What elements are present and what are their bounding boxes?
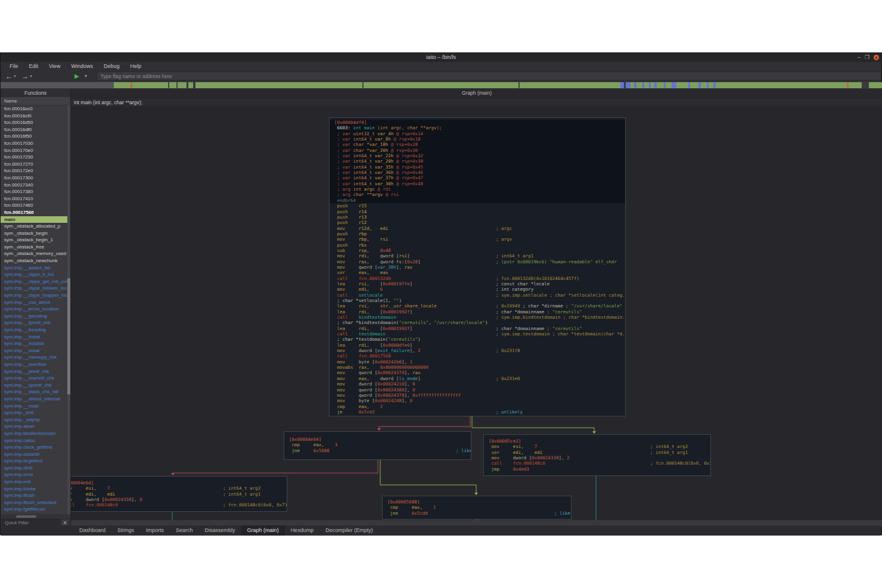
menu-edit[interactable]: Edit [24, 62, 44, 70]
graph-dock: Graph (main) int main (int argc, char **… [71, 89, 882, 527]
function-list-item[interactable]: fcn.000170e0 [1, 147, 70, 154]
graph-block-0x5ce2[interactable]: [0x00005ce2] mov esi, 7 ; int64_t arg2 x… [483, 434, 711, 476]
function-list-item[interactable]: fcn.00017030 [1, 140, 70, 147]
functions-horizontal-scrollbar[interactable] [1, 514, 70, 518]
graph-block-0x5088[interactable]: [0x00005088] cmp eax, 1 jne 0x5cdd ; lik… [382, 496, 572, 519]
function-list-item[interactable]: sym.imp.closedir [1, 451, 70, 458]
minimize-button[interactable]: – [858, 55, 861, 60]
function-list-item[interactable]: fcn.00017560 [1, 209, 70, 216]
function-list-item[interactable]: fcn.00017380 [1, 188, 70, 195]
function-list-item[interactable]: sym._obstack_allocated_p [1, 223, 70, 230]
function-list-item[interactable]: sym.imp.__strtoul_internal [1, 396, 70, 403]
function-list-item[interactable]: sym.imp.fgetfilecon [1, 506, 70, 513]
debug-dropdown-icon[interactable]: ▼ [84, 74, 88, 78]
title-bar[interactable]: iaito – /bin/ls – ❐ x [1, 53, 881, 62]
function-list-item[interactable]: sym.imp.__overflow [1, 361, 70, 368]
functions-vertical-scrollbar[interactable] [67, 105, 70, 514]
graph-canvas[interactable]: [0x00004df0] 6603: int main (int argc, c… [71, 107, 882, 522]
function-list-item[interactable]: sym.imp.bindtextdomain [1, 430, 70, 437]
close-button[interactable]: x [874, 55, 879, 60]
function-list-item[interactable]: sym.imp.fflush [1, 492, 70, 499]
function-list-item[interactable]: sym.imp.fflush_unlocked [1, 499, 70, 506]
functions-column-header[interactable]: Name [1, 97, 70, 105]
graph-block-0x4df0[interactable]: [0x00004df0] 6603: int main (int argc, c… [329, 117, 626, 416]
menu-debug[interactable]: Debug [98, 62, 125, 70]
tab-graph-main-[interactable]: Graph (main) [241, 525, 285, 536]
function-list-item[interactable]: sym.imp.__cxa_atexit [1, 299, 70, 306]
function-list-item[interactable]: sym.imp.__fxstat [1, 334, 70, 341]
menu-file[interactable]: File [4, 62, 24, 70]
tab-imports[interactable]: Imports [140, 525, 170, 536]
function-list-item[interactable]: sym.imp.__fxstatat [1, 340, 70, 347]
function-list-item[interactable]: sym.imp.__ctype_tolower_loc [1, 285, 70, 292]
function-list-item[interactable]: sym.imp.clock_gettime [1, 444, 70, 451]
menu-view[interactable]: View [44, 62, 66, 70]
function-list-item[interactable]: sym._obstack_memory_used [1, 250, 70, 257]
overview-strip[interactable] [1, 82, 882, 88]
back-dropdown-icon[interactable]: ▼ [13, 74, 17, 78]
function-list-item[interactable]: sym.imp._setjmp [1, 416, 70, 424]
scrollbar-thumb[interactable] [16, 515, 36, 518]
menu-windows[interactable]: Windows [66, 62, 98, 70]
menu-help[interactable]: Help [125, 62, 147, 70]
function-list-item[interactable]: fcn.00017410 [1, 195, 70, 203]
function-list-item[interactable]: fcn.00016d50 [1, 119, 70, 126]
function-list-item[interactable]: sym.imp.__snprintf_chk [1, 375, 70, 382]
graph-dock-title[interactable]: Graph (main) [71, 89, 882, 98]
asm-line: mov rax, qword fs:[0x28] ; (pstr 0x00019… [330, 259, 625, 265]
function-list-item[interactable]: sym._obstack_begin [1, 230, 70, 237]
function-list-item[interactable]: sym.imp.__ctype_b_loc [1, 271, 70, 278]
function-list-item[interactable]: fcn.00017270 [1, 161, 70, 168]
function-list-item[interactable]: fcn.00017300 [1, 175, 70, 182]
function-list-item[interactable]: sym.imp.dirfd [1, 465, 70, 472]
restore-button[interactable]: ❐ [865, 55, 869, 60]
function-list-item[interactable]: sym.imp.calloc [1, 437, 70, 444]
function-list-item[interactable]: sym.imp.fclose [1, 486, 70, 493]
function-list-item[interactable]: sym.imp.error [1, 471, 70, 478]
functions-panel-title[interactable]: Functions [1, 89, 70, 97]
function-list-item[interactable]: sym.imp.__stack_chk_fail [1, 388, 70, 396]
function-list-item[interactable]: sym.imp.abort [1, 423, 70, 430]
debug-play-button[interactable]: ▶ [74, 73, 79, 79]
tab-strings[interactable]: Strings [111, 525, 140, 536]
tab-search[interactable]: Search [170, 525, 199, 536]
function-list-item[interactable]: fcn.00017340 [1, 182, 70, 189]
forward-dropdown-icon[interactable]: ▼ [29, 74, 33, 78]
function-list-item[interactable]: sym.imp.__ctype_toupper_loc [1, 292, 70, 299]
function-list-item[interactable]: sym.imp.__fprintf_chk [1, 319, 70, 326]
function-list-item[interactable]: fcn.00017230 [1, 154, 70, 161]
graph-block-0x4eb4[interactable]: [0x00004eb4] cmp eax, 3 jne 0x5088 ; lik… [284, 431, 471, 460]
graph-block-0x4ebd[interactable]: [0x00004ebd] mov esi, 7 ; int64_t arg2 x… [71, 476, 287, 512]
tab-dashboard[interactable]: Dashboard [73, 525, 111, 536]
function-list-item[interactable]: fcn.000172e0 [1, 167, 70, 175]
function-list-item[interactable]: sym.imp.__printf_chk [1, 368, 70, 375]
function-list-item[interactable]: sym.imp.__freading [1, 326, 70, 334]
function-list-item[interactable]: sym._obstack_begin_1 [1, 237, 70, 244]
function-list-item[interactable]: fcn.00016f50 [1, 133, 70, 140]
tab-decompiler-empty-[interactable]: Decompiler (Empty) [319, 525, 379, 536]
tab-disassembly[interactable]: Disassembly [199, 525, 241, 536]
address-search-input[interactable] [97, 71, 881, 80]
function-list-item[interactable]: sym.imp.__sprintf_chk [1, 382, 70, 389]
scrollbar-thumb[interactable] [67, 278, 70, 394]
forward-button[interactable]: → [21, 72, 29, 80]
function-list-item[interactable]: sym.imp.__errno_location [1, 306, 70, 313]
function-list-item[interactable]: sym.imp.__assert_fail [1, 265, 70, 272]
back-button[interactable]: ← [5, 72, 13, 80]
function-list-item[interactable]: sym.imp.__memcpy_chk [1, 354, 70, 361]
function-list-item[interactable]: fcn.00016df0 [1, 126, 70, 133]
function-list-item[interactable]: sym.imp.__ctype_get_mb_cur [1, 278, 70, 285]
function-list-item[interactable]: fcn.00016cf0 [1, 113, 70, 120]
function-list-item[interactable]: sym.imp.exit [1, 478, 70, 486]
function-list-item[interactable]: sym.imp.__xstat [1, 403, 70, 410]
tab-hexdump[interactable]: Hexdump [285, 525, 320, 536]
function-list-item[interactable]: main [1, 216, 70, 223]
function-list-item[interactable]: sym.imp.dcgettext [1, 458, 70, 465]
function-list-item[interactable]: fcn.00017460 [1, 202, 70, 209]
function-list-item[interactable]: sym.imp._exit [1, 409, 70, 416]
function-list-item[interactable]: sym._obstack_newchunk [1, 257, 70, 265]
function-list-item[interactable]: fcn.00016cc0 [1, 105, 70, 113]
function-list-item[interactable]: sym.imp.__lxstat [1, 347, 70, 354]
function-list-item[interactable]: sym._obstack_free [1, 244, 70, 251]
function-list-item[interactable]: sym.imp.__fpending [1, 313, 70, 320]
